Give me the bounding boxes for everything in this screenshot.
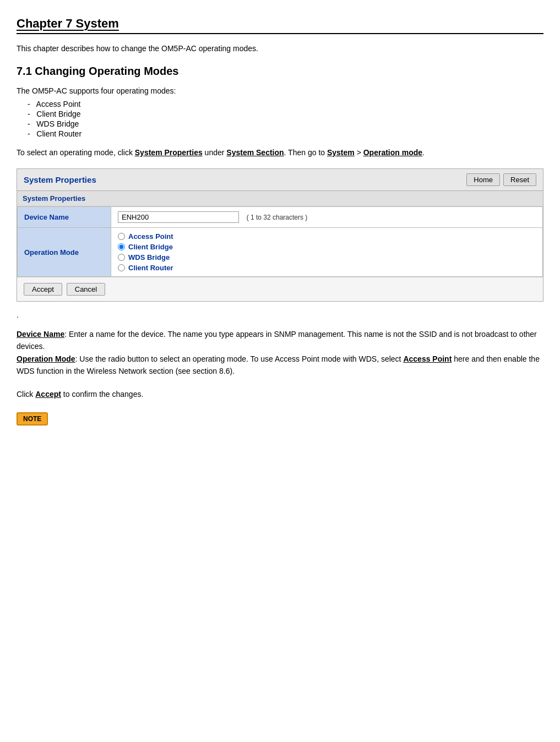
radio-wds-bridge[interactable]: WDS Bridge: [118, 253, 536, 261]
panel-title: System Properties: [24, 175, 96, 184]
table-row: Operation Mode Access Point Client Bridg…: [18, 228, 543, 277]
radio-client-bridge[interactable]: Client Bridge: [118, 243, 536, 251]
note-badge: NOTE: [17, 412, 543, 425]
list-item: Client Router: [28, 129, 543, 138]
radio-access-point-label: Access Point: [128, 232, 173, 241]
description-block: Device Name: Enter a name for the device…: [17, 328, 543, 378]
click-accept-text: Click Accept to confirm the changes.: [17, 389, 543, 400]
section-desc: The OM5P-AC supports four operating mode…: [17, 86, 543, 95]
panel-body: System Properties Device Name ( 1 to 32 …: [17, 191, 543, 301]
radio-client-bridge-input[interactable]: [118, 243, 125, 250]
chapter-title: Chapter 7 System: [17, 17, 543, 34]
period-text: .: [17, 310, 543, 319]
note-label: NOTE: [17, 412, 48, 425]
cancel-button[interactable]: Cancel: [67, 283, 105, 296]
device-name-input[interactable]: [118, 211, 239, 223]
reset-button[interactable]: Reset: [503, 173, 536, 186]
system-properties-panel: System Properties Home Reset System Prop…: [17, 168, 543, 302]
radio-wds-bridge-input[interactable]: [118, 254, 125, 261]
radio-client-bridge-label: Client Bridge: [128, 243, 173, 251]
radio-client-router-input[interactable]: [118, 264, 125, 271]
radio-access-point[interactable]: Access Point: [118, 232, 536, 241]
chapter-intro: This chapter describes how to change the…: [17, 44, 543, 53]
operation-mode-options: Access Point Client Bridge WDS Bridge: [111, 228, 543, 277]
device-name-value-cell: ( 1 to 32 characters ): [111, 207, 543, 228]
radio-group: Access Point Client Bridge WDS Bridge: [118, 232, 536, 272]
char-hint: ( 1 to 32 characters ): [247, 214, 308, 221]
panel-footer: Accept Cancel: [17, 277, 543, 301]
instruction-text: To select an operating mode, click Syste…: [17, 147, 543, 159]
list-item: WDS Bridge: [28, 119, 543, 128]
panel-header: System Properties Home Reset: [17, 169, 543, 191]
radio-client-router-label: Client Router: [128, 264, 173, 272]
properties-table: Device Name ( 1 to 32 characters ) Opera…: [17, 206, 543, 277]
operation-mode-desc: Operation Mode: Use the radio button to …: [17, 354, 540, 375]
section-title: 7.1 Changing Operating Modes: [17, 65, 543, 78]
section-label: System Properties: [17, 191, 543, 206]
table-row: Device Name ( 1 to 32 characters ): [18, 207, 543, 228]
radio-client-router[interactable]: Client Router: [118, 264, 536, 272]
mode-list: Access Point Client Bridge WDS Bridge Cl…: [28, 100, 543, 138]
radio-access-point-input[interactable]: [118, 233, 125, 240]
header-buttons: Home Reset: [466, 173, 536, 186]
device-name-label: Device Name: [18, 207, 111, 228]
list-item: Client Bridge: [28, 110, 543, 118]
device-name-desc-bold: Device Name: Enter a name for the device…: [17, 330, 537, 351]
radio-wds-bridge-label: WDS Bridge: [128, 253, 170, 261]
operation-mode-label: Operation Mode: [18, 228, 111, 277]
accept-button[interactable]: Accept: [24, 283, 62, 296]
home-button[interactable]: Home: [466, 173, 500, 186]
list-item: Access Point: [28, 100, 543, 108]
